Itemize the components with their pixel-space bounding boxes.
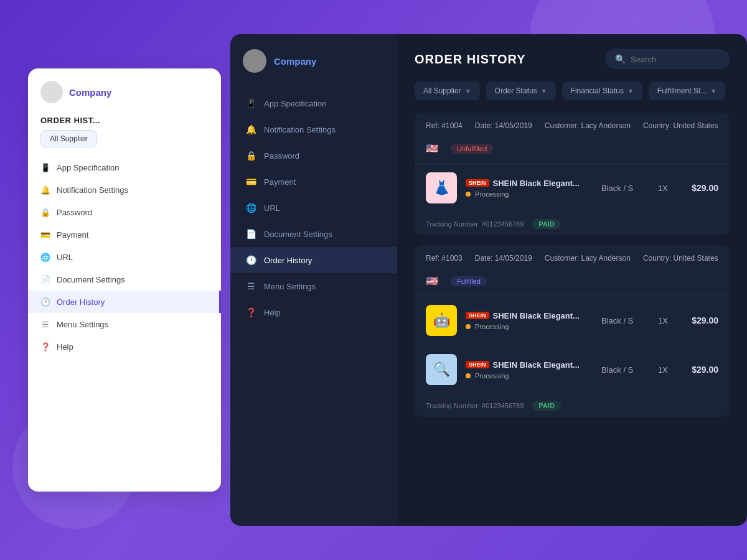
tracking-number-1003: Tracking Number: #0123456789 <box>426 402 524 409</box>
bg-white-card: Company ORDER HIST... All Supplier 📱 App… <box>28 68 221 492</box>
order-group-header-1003: Ref: #1003 Date: 14/05/2019 Customer: La… <box>415 245 730 296</box>
sidebar-avatar <box>243 49 266 73</box>
store-badge: SHEIN <box>466 179 489 187</box>
sidebar-label-url: URL <box>264 203 280 213</box>
order-qty: 1X <box>654 184 672 193</box>
bg-nav-label-help: Help <box>57 342 73 352</box>
flag-icon-1004: 🇺🇸 <box>426 142 438 154</box>
sidebar-item-help[interactable]: ❓ Help <box>230 299 397 325</box>
bg-nav-item-password[interactable]: 🔒 Password <box>28 201 221 223</box>
bg-nav: 📱 App Specification 🔔 Notification Setti… <box>28 151 221 363</box>
order-item-1003-1: 🔍 SHEIN SHEIN Black Elegant... Processin… <box>415 345 730 394</box>
bg-avatar <box>40 81 63 103</box>
chevron-down-icon: ▼ <box>465 88 471 95</box>
order-status-text: Processing <box>466 190 593 198</box>
bg-nav-item-url[interactable]: 🌐 URL <box>28 246 221 268</box>
bg-card-header: Company <box>28 68 221 111</box>
sidebar-item-order[interactable]: 🕐 Order History <box>230 247 397 273</box>
order-variant-1003-1: Black / S <box>601 365 645 375</box>
chevron-down-icon-3: ▼ <box>627 88 634 95</box>
sidebar-lock-icon: 🔒 <box>245 150 256 161</box>
sidebar-company: Company <box>274 56 316 67</box>
bg-nav-item-order[interactable]: 🕐 Order History <box>28 291 221 313</box>
store-badge-1003-0: SHEIN <box>466 312 489 319</box>
order-customer-1004: Customer: Lacy Anderson <box>545 121 631 130</box>
page-title: ORDER HISTORY <box>415 52 526 67</box>
filter-order-status-label: Order Status <box>495 86 537 95</box>
filter-fulfillment-label: Fulfillment St... <box>657 86 707 95</box>
order-item-1004-0: 👗 SHEIN SHEIN Black Elegant... Processin… <box>415 164 730 213</box>
thumb-img: 👗 <box>426 172 457 203</box>
bg-nav-item-payment[interactable]: 💳 Payment <box>28 223 221 246</box>
mobile-icon: 📱 <box>40 162 50 172</box>
sidebar-item-url[interactable]: 🌐 URL <box>230 195 397 221</box>
order-item-1003-0: 🤖 SHEIN SHEIN Black Elegant... Processin… <box>415 296 730 345</box>
credit-card-icon: 💳 <box>40 230 50 240</box>
filter-financial-label: Financial Status <box>571 86 624 95</box>
sidebar-item-password[interactable]: 🔒 Password <box>230 142 397 169</box>
bg-filter-btn[interactable]: All Supplier <box>40 130 97 147</box>
order-thumb-1004-0: 👗 <box>426 172 457 203</box>
order-ref-1004: Ref: #1004 <box>426 121 463 130</box>
sidebar-doc-icon: 📄 <box>245 228 256 240</box>
thumb-img-blue: 🔍 <box>426 354 457 385</box>
order-status-text-1003-1: Processing <box>466 372 593 380</box>
sidebar-header: Company <box>230 34 397 85</box>
order-details-1003-0: SHEIN SHEIN Black Elegant... Processing <box>466 311 593 330</box>
bg-nav-label-password: Password <box>57 208 92 217</box>
sidebar-card-icon: 💳 <box>245 176 256 187</box>
filter-fulfillment[interactable]: Fulfillment St... ▼ <box>649 82 725 100</box>
sidebar-item-menu[interactable]: ☰ Menu Settings <box>230 273 397 299</box>
sidebar-item-notif[interactable]: 🔔 Notification Settings <box>230 116 397 142</box>
order-thumb-1003-0: 🤖 <box>426 305 457 336</box>
sidebar-clock-icon: 🕐 <box>245 254 256 266</box>
filter-order-status[interactable]: Order Status ▼ <box>486 82 556 100</box>
sidebar-item-app-spec[interactable]: 📱 App Specification <box>230 90 397 116</box>
bg-nav-item-notif[interactable]: 🔔 Notification Settings <box>28 179 221 201</box>
paid-badge-1003: PAID <box>532 401 560 411</box>
order-date-1004: Date: 14/05/2019 <box>475 121 532 130</box>
order-country-1003: Country: United States <box>643 254 718 263</box>
sidebar-label-app-spec: App Specification <box>264 99 326 108</box>
sidebar-item-payment[interactable]: 💳 Payment <box>230 169 397 195</box>
sidebar-label-menu: Menu Settings <box>264 282 316 291</box>
filter-financial[interactable]: Financial Status ▼ <box>562 82 642 100</box>
thumb-img-yellow: 🤖 <box>426 305 457 336</box>
order-product-name: SHEIN SHEIN Black Elegant... <box>466 179 593 188</box>
order-group-1004: Ref: #1004 Date: 14/05/2019 Customer: La… <box>415 113 730 235</box>
sidebar-label-notif: Notification Settings <box>264 125 336 134</box>
search-icon: 🔍 <box>615 54 626 64</box>
order-status-text-1003-0: Processing <box>466 323 593 330</box>
clock-icon: 🕐 <box>40 297 50 307</box>
bg-card-title: ORDER HIST... <box>28 111 221 133</box>
filter-supplier[interactable]: All Supplier ▼ <box>415 82 480 100</box>
product-name-text-1003-1: SHEIN Black Elegant... <box>493 360 580 370</box>
search-bar[interactable]: 🔍 <box>605 49 730 69</box>
menu-icon: ☰ <box>40 319 50 329</box>
filter-supplier-label: All Supplier <box>423 86 461 95</box>
status-badge-1004: Unfulfilled <box>451 144 493 154</box>
sidebar-label-doc: Document Settings <box>264 230 332 239</box>
sidebar-nav: 📱 App Specification 🔔 Notification Setti… <box>230 85 397 330</box>
bg-nav-item-help[interactable]: ❓ Help <box>28 335 221 358</box>
bg-nav-label-menu: Menu Settings <box>57 320 108 329</box>
sidebar-item-doc[interactable]: 📄 Document Settings <box>230 221 397 247</box>
sidebar-mobile-icon: 📱 <box>245 98 256 109</box>
sidebar-bell-icon: 🔔 <box>245 124 256 135</box>
order-details-1003-1: SHEIN SHEIN Black Elegant... Processing <box>466 360 593 380</box>
order-qty-1003-0: 1X <box>654 316 672 325</box>
bg-filter: All Supplier <box>28 133 221 151</box>
search-input[interactable] <box>631 55 720 64</box>
flag-icon-1003: 🇺🇸 <box>426 275 438 287</box>
sidebar-globe-icon: 🌐 <box>245 202 256 213</box>
bg-nav-item-app-spec[interactable]: 📱 App Specification <box>28 156 221 179</box>
status-label-1003-0: Processing <box>475 323 509 330</box>
order-customer-1003: Customer: Lacy Anderson <box>545 254 631 263</box>
bg-nav-item-doc[interactable]: 📄 Document Settings <box>28 268 221 291</box>
tracking-number-1004: Tracking Number: #0123456789 <box>426 220 524 228</box>
bg-nav-label-app-spec: App Specification <box>57 163 119 172</box>
store-badge-1003-1: SHEIN <box>466 361 489 368</box>
bg-nav-item-menu[interactable]: ☰ Menu Settings <box>28 313 221 335</box>
order-country-1004: Country: United States <box>643 121 718 130</box>
bell-icon: 🔔 <box>40 185 50 195</box>
